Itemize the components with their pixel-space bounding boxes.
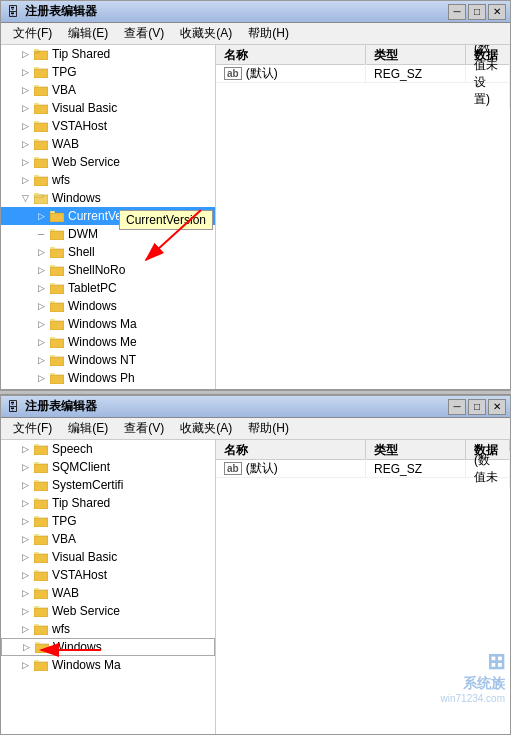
svg-rect-9 — [34, 123, 48, 132]
tree-container-bottom[interactable]: ▷ Speech ▷ SQMClient ▷ — [1, 440, 215, 734]
menu-view-top[interactable]: 查看(V) — [116, 23, 172, 44]
svg-rect-50 — [34, 500, 48, 509]
tree-item-sqmclient[interactable]: ▷ SQMClient — [1, 458, 215, 476]
folder-icon-tabletpc — [49, 280, 65, 296]
tree-label-tpg2: TPG — [52, 514, 77, 528]
menu-edit-top[interactable]: 编辑(E) — [60, 23, 116, 44]
menu-favorites-bottom[interactable]: 收藏夹(A) — [172, 418, 240, 439]
folder-icon-vba — [33, 82, 49, 98]
arrow-vstahost: ▷ — [17, 118, 33, 134]
minimize-button-bottom[interactable]: ─ — [448, 399, 466, 415]
tree-label-speech: Speech — [52, 442, 93, 456]
tree-item-systemcertif[interactable]: ▷ SystemCertifi — [1, 476, 215, 494]
arrow-wfs: ▷ — [17, 172, 33, 188]
tree-item-tpg2[interactable]: ▷ TPG — [1, 512, 215, 530]
right-row-0-bottom: ab (默认) REG_SZ (数值未 — [216, 460, 510, 478]
maximize-button-bottom[interactable]: □ — [468, 399, 486, 415]
arrow-visual-basic2: ▷ — [17, 549, 33, 565]
tree-item-windows2[interactable]: ▷ Windows — [1, 297, 215, 315]
right-row-0-top: ab (默认) REG_SZ (数值未设置) — [216, 65, 510, 83]
tree-label-windows-ma: Windows Ma — [68, 317, 137, 331]
svg-rect-51 — [34, 498, 39, 500]
svg-rect-36 — [50, 357, 64, 366]
menu-view-bottom[interactable]: 查看(V) — [116, 418, 172, 439]
menu-bar-top: 文件(F) 编辑(E) 查看(V) 收藏夹(A) 帮助(H) — [1, 23, 510, 45]
tree-label-sqmclient: SQMClient — [52, 460, 110, 474]
tree-item-tpg[interactable]: ▷ TPG — [1, 63, 215, 81]
svg-rect-1 — [34, 51, 39, 53]
folder-icon-current-version — [49, 208, 65, 224]
svg-rect-57 — [34, 552, 39, 554]
tree-item-vstahost2[interactable]: ▷ VSTAHost — [1, 566, 215, 584]
tree-item-web-service2[interactable]: ▷ Web Service — [1, 602, 215, 620]
red-arrow-bottom — [31, 635, 111, 665]
svg-rect-3 — [34, 69, 48, 78]
svg-rect-44 — [34, 446, 48, 455]
svg-rect-61 — [34, 588, 39, 590]
tree-item-web-service[interactable]: ▷ Web Service — [1, 153, 215, 171]
arrow-windows-nt: ▷ — [33, 352, 49, 368]
tree-item-windows-ph[interactable]: ▷ Windows Ph — [1, 369, 215, 387]
menu-file-top[interactable]: 文件(F) — [5, 23, 60, 44]
cell-type-0-bottom: REG_SZ — [366, 461, 466, 477]
win-logo-text: 系统族 — [441, 675, 505, 693]
tree-label-vba2: VBA — [52, 532, 76, 546]
menu-help-bottom[interactable]: 帮助(H) — [240, 418, 297, 439]
folder-icon-shell — [49, 244, 65, 260]
tree-item-tip-shared2[interactable]: ▷ Tip Shared — [1, 494, 215, 512]
folder-icon-tip-shared — [33, 46, 49, 62]
tree-item-windows-nt[interactable]: ▷ Windows NT — [1, 351, 215, 369]
col-type-bottom: 类型 — [366, 440, 466, 459]
svg-rect-58 — [34, 572, 48, 581]
svg-rect-53 — [34, 516, 39, 518]
arrow-dwm: ─ — [33, 226, 49, 242]
tree-item-vba[interactable]: ▷ VBA — [1, 81, 215, 99]
svg-rect-32 — [50, 321, 64, 330]
tree-item-wab2[interactable]: ▷ WAB — [1, 584, 215, 602]
svg-rect-47 — [34, 462, 39, 464]
tree-item-wab[interactable]: ▷ WAB — [1, 135, 215, 153]
folder-icon-shellnorc — [49, 262, 65, 278]
folder-icon-dwm — [49, 226, 65, 242]
tree-item-visual-basic2[interactable]: ▷ Visual Basic — [1, 548, 215, 566]
menu-file-bottom[interactable]: 文件(F) — [5, 418, 60, 439]
cell-type-0-top: REG_SZ — [366, 66, 466, 82]
tree-label-tip-shared: Tip Shared — [52, 47, 110, 61]
registry-editor-top: 🗄 注册表编辑器 ─ □ ✕ 文件(F) 编辑(E) 查看(V) 收藏夹(A) … — [0, 0, 511, 390]
svg-rect-6 — [34, 85, 39, 87]
right-panel-bottom: 名称 类型 数据 ab (默认) REG_SZ (数值未 ⊞ 系统族 win71… — [216, 440, 510, 734]
svg-rect-34 — [50, 339, 64, 348]
svg-rect-16 — [34, 175, 39, 177]
registry-editor-bottom: 🗄 注册表编辑器 ─ □ ✕ 文件(F) 编辑(E) 查看(V) 收藏夹(A) … — [0, 395, 511, 735]
menu-help-top[interactable]: 帮助(H) — [240, 23, 297, 44]
tree-label-tabletpc: TabletPC — [68, 281, 117, 295]
arrow-visual-basic: ▷ — [17, 100, 33, 116]
tree-panel-bottom: ▷ Speech ▷ SQMClient ▷ — [1, 440, 216, 734]
tree-label-windows-me: Windows Me — [68, 335, 137, 349]
tree-item-windows-scr[interactable]: ▷ Windows Scr — [1, 387, 215, 389]
tree-item-speech[interactable]: ▷ Speech — [1, 440, 215, 458]
tree-label-vstahost2: VSTAHost — [52, 568, 107, 582]
close-button-top[interactable]: ✕ — [488, 4, 506, 20]
tree-item-visual-basic[interactable]: ▷ Visual Basic — [1, 99, 215, 117]
close-button-bottom[interactable]: ✕ — [488, 399, 506, 415]
maximize-button-top[interactable]: □ — [468, 4, 486, 20]
folder-icon-windows-ma — [49, 316, 65, 332]
tree-label-visual-basic: Visual Basic — [52, 101, 117, 115]
menu-edit-bottom[interactable]: 编辑(E) — [60, 418, 116, 439]
menu-favorites-top[interactable]: 收藏夹(A) — [172, 23, 240, 44]
arrow-windows-me: ▷ — [33, 334, 49, 350]
svg-rect-10 — [34, 121, 39, 123]
tree-item-wfs[interactable]: ▷ wfs — [1, 171, 215, 189]
tree-item-windows-ma[interactable]: ▷ Windows Ma — [1, 315, 215, 333]
arrow-tabletpc: ▷ — [33, 280, 49, 296]
arrow-tpg: ▷ — [17, 64, 33, 80]
tree-item-vstahost[interactable]: ▷ VSTAHost — [1, 117, 215, 135]
svg-rect-45 — [34, 444, 39, 446]
tree-item-tip-shared[interactable]: ▷ Tip Shared — [1, 45, 215, 63]
cell-name-0-bottom: ab (默认) — [216, 459, 366, 478]
minimize-button-top[interactable]: ─ — [448, 4, 466, 20]
tree-item-vba2[interactable]: ▷ VBA — [1, 530, 215, 548]
app-icon-bottom: 🗄 — [5, 399, 21, 415]
tree-item-windows-me[interactable]: ▷ Windows Me — [1, 333, 215, 351]
